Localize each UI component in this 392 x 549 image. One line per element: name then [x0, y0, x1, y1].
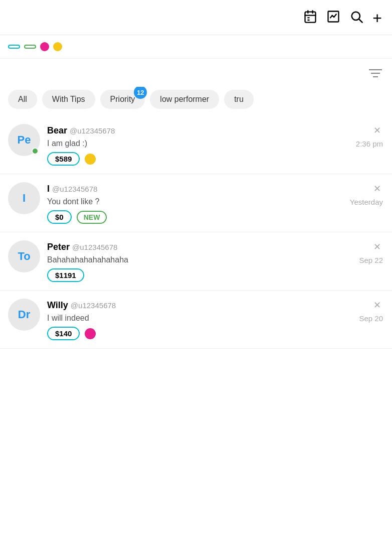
filter-tabs: AllWith TipsPriority12low performertru [0, 87, 392, 116]
conversation-content: Willy @u12345678✕I will indeedSep 20$140 [47, 299, 383, 340]
amount-badge: $140 [47, 327, 80, 340]
online-indicator [32, 148, 39, 155]
close-conversation-button[interactable]: ✕ [371, 124, 383, 137]
conversation-preview: Bahahahahahahahaha [47, 255, 355, 264]
conversation-top-row: Willy @u12345678✕ [47, 299, 383, 312]
conversation-bottom-row: $0NEW [47, 210, 383, 224]
legend-bar [0, 35, 392, 59]
close-conversation-button[interactable]: ✕ [371, 299, 383, 312]
avatar: To [8, 240, 40, 272]
conversation-bottom-row: $589 [47, 152, 383, 166]
avatar: Dr [8, 299, 40, 331]
conversation-content: Peter @u12345678✕BahahahahahahahahaSep 2… [47, 240, 383, 282]
svg-line-8 [359, 19, 362, 22]
expired-dot [40, 42, 49, 51]
conversation-content: Bear @u12345678✕I am glad :)2:36 pm$589 [47, 124, 383, 166]
conversation-mid-row: I will indeedSep 20 [47, 314, 383, 323]
avatar: Pe [8, 124, 40, 156]
add-icon[interactable]: + [372, 9, 382, 28]
rebill-dot [53, 42, 62, 51]
close-conversation-button[interactable]: ✕ [371, 240, 383, 253]
filter-tab-tru[interactable]: tru [224, 90, 254, 109]
new-badge: NEW [77, 211, 107, 224]
conversation-time: 2:36 pm [356, 140, 383, 148]
conversation-mid-row: You dont like ?Yesterday [47, 197, 383, 206]
conversation-name: I @u12345678 [47, 184, 97, 194]
conversation-mid-row: BahahahahahahahahaSep 22 [47, 255, 383, 264]
conversation-time: Sep 22 [359, 256, 383, 264]
conversation-handle: @u12345678 [71, 301, 116, 310]
conversation-handle: @u12345678 [70, 126, 115, 135]
section-header [0, 59, 392, 87]
conversation-content: I @u12345678✕You dont like ?Yesterday$0N… [47, 182, 383, 224]
new-badge [24, 45, 36, 49]
conversation-name: Willy @u12345678 [47, 300, 116, 311]
header: + [0, 0, 392, 35]
calendar-icon[interactable] [303, 10, 317, 27]
amount-badge: $1191 [47, 268, 84, 282]
avatar: I [8, 182, 40, 214]
filter-tab-with-tips[interactable]: With Tips [42, 90, 95, 109]
filter-icon[interactable] [369, 68, 382, 82]
conversation-item[interactable]: ToPeter @u12345678✕BahahahahahahahahaSep… [0, 232, 392, 291]
conversation-time: Sep 20 [359, 314, 383, 323]
conversation-preview: I will indeed [47, 314, 355, 323]
conversation-name: Bear @u12345678 [47, 125, 115, 136]
conversation-handle: @u12345678 [52, 185, 97, 193]
filter-tab-low-performer[interactable]: low performer [150, 90, 219, 109]
rebill-off-dot [85, 154, 96, 165]
expired-dot [85, 328, 96, 339]
spent-badge [8, 45, 20, 49]
amount-badge: $0 [47, 210, 72, 224]
conversation-name: Peter @u12345678 [47, 242, 117, 252]
conversation-bottom-row: $140 [47, 327, 383, 340]
header-icons: + [303, 9, 382, 28]
conversation-list: PeBear @u12345678✕I am glad :)2:36 pm$58… [0, 116, 392, 349]
conversation-top-row: I @u12345678✕ [47, 182, 383, 195]
conversation-preview: You dont like ? [47, 197, 346, 206]
conversation-top-row: Bear @u12345678✕ [47, 124, 383, 137]
filter-tab-priority[interactable]: Priority12 [100, 90, 145, 109]
close-conversation-button[interactable]: ✕ [371, 182, 383, 195]
conversation-item[interactable]: PeBear @u12345678✕I am glad :)2:36 pm$58… [0, 116, 392, 174]
amount-badge: $589 [47, 152, 80, 166]
conversation-handle: @u12345678 [72, 243, 117, 251]
conversation-mid-row: I am glad :)2:36 pm [47, 139, 383, 148]
filter-tab-all[interactable]: All [8, 90, 37, 109]
chart-icon[interactable] [326, 10, 340, 27]
conversation-time: Yesterday [350, 198, 383, 206]
conversation-preview: I am glad :) [47, 139, 352, 148]
search-icon[interactable] [349, 10, 363, 27]
svg-rect-0 [305, 12, 316, 23]
conversation-top-row: Peter @u12345678✕ [47, 240, 383, 253]
conversation-bottom-row: $1191 [47, 268, 383, 282]
conversation-item[interactable]: II @u12345678✕You dont like ?Yesterday$0… [0, 174, 392, 232]
conversation-item[interactable]: DrWilly @u12345678✕I will indeedSep 20$1… [0, 291, 392, 349]
